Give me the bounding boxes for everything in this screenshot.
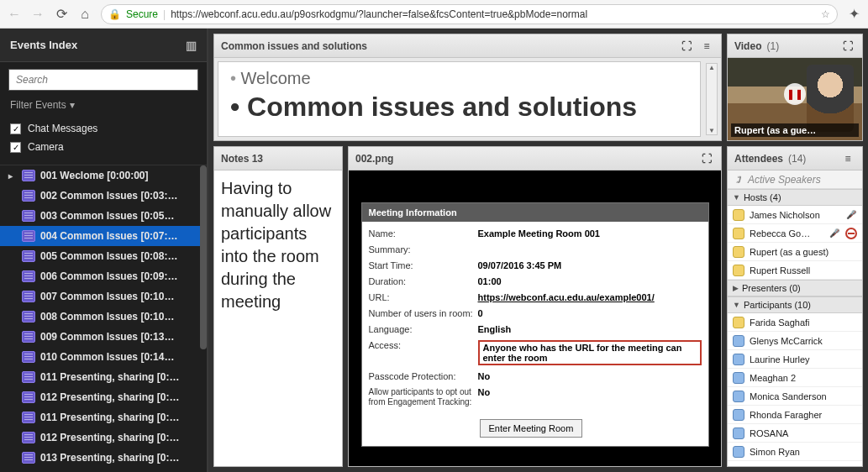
back-button[interactable]: ← bbox=[7, 7, 22, 22]
event-item[interactable]: 010 Common Issues [0:14… bbox=[0, 347, 207, 367]
attendees-list[interactable]: 🕽 Active Speakers ▼Hosts (4)James Nichol… bbox=[728, 170, 862, 466]
attendee-row[interactable]: Rebecca Go…🎤̸ bbox=[728, 224, 862, 243]
slide-icon bbox=[22, 331, 35, 343]
event-item[interactable]: ▸001 Weclome [0:00:00] bbox=[0, 165, 207, 186]
events-list[interactable]: ▸001 Weclome [0:00:00]002 Common Issues … bbox=[0, 165, 207, 472]
fullscreen-icon[interactable]: ⛶ bbox=[679, 39, 694, 54]
video-feed[interactable]: ❚❚ Rupert (as a gue… bbox=[728, 58, 862, 140]
pause-icon[interactable]: ❚❚ bbox=[784, 83, 806, 105]
fullscreen-icon[interactable]: ⛶ bbox=[840, 39, 855, 54]
event-item[interactable]: 011 Presenting, sharing [0:… bbox=[0, 407, 207, 427]
meeting-info-label: Name: bbox=[369, 228, 478, 239]
meeting-info-value: No bbox=[478, 371, 702, 381]
attendee-row[interactable]: James Nicholson🎤̸ bbox=[728, 206, 862, 224]
panel-menu-icon[interactable]: ≡ bbox=[699, 39, 714, 54]
slide-bullet-2: Common issues and solutions bbox=[230, 92, 688, 123]
mic-off-icon: 🎤̸ bbox=[845, 209, 857, 221]
group-label: Presenters (0) bbox=[742, 283, 801, 293]
event-item[interactable]: 008 Common Issues [0:10… bbox=[0, 307, 207, 327]
attendee-row[interactable]: Rupert (as a guest) bbox=[728, 243, 862, 261]
filter-checkbox[interactable]: ✓Chat Messages bbox=[0, 119, 207, 138]
events-search-input[interactable] bbox=[8, 69, 198, 91]
mic-off-icon: 🎤̸ bbox=[829, 228, 840, 239]
enter-meeting-button[interactable]: Enter Meeting Room bbox=[480, 419, 583, 438]
meeting-info-value: 01:00 bbox=[478, 276, 702, 286]
avatar-icon bbox=[733, 228, 744, 239]
slide-icon bbox=[22, 391, 35, 403]
chevron-right-icon: ▶ bbox=[733, 284, 739, 292]
events-search-wrap bbox=[0, 62, 207, 97]
event-item[interactable]: 002 Common Issues [0:03:… bbox=[0, 186, 207, 206]
attendee-group-header[interactable]: ▼Hosts (4) bbox=[728, 189, 862, 206]
meeting-info-value bbox=[478, 244, 702, 254]
meeting-info-box: Meeting Information Name:Example Meeting… bbox=[361, 202, 709, 447]
extension-icon[interactable]: ✦ bbox=[846, 7, 861, 22]
event-label: 013 Presenting, sharing [0:… bbox=[40, 452, 179, 464]
attendee-row[interactable]: Glenys McCarrick bbox=[728, 332, 862, 350]
attendee-name: Laurine Hurley bbox=[750, 354, 857, 364]
event-label: 012 Presenting, sharing [0:… bbox=[40, 391, 179, 403]
attendee-name: Rupert Russell bbox=[750, 265, 857, 275]
attendee-row[interactable]: Meaghan 2 bbox=[728, 369, 862, 387]
event-item[interactable]: 006 Common Issues [0:09:… bbox=[0, 266, 207, 286]
slide-icon bbox=[22, 190, 35, 202]
address-bar[interactable]: 🔒 Secure | https://webconf.acu.edu.au/p9… bbox=[101, 4, 838, 24]
reload-button[interactable]: ⟳ bbox=[54, 7, 69, 22]
meeting-info-value: 0 bbox=[478, 308, 702, 318]
avatar-icon bbox=[733, 391, 744, 402]
avatar-icon bbox=[733, 335, 744, 347]
attendee-row[interactable]: Laurine Hurley bbox=[728, 350, 862, 369]
active-speakers-row: 🕽 Active Speakers bbox=[728, 170, 862, 189]
event-item[interactable]: 012 Presenting, sharing [0:… bbox=[0, 387, 207, 407]
panel-menu-icon[interactable]: ≡ bbox=[840, 151, 855, 166]
meeting-info-label: Passcode Protection: bbox=[369, 371, 478, 381]
filter-events-toggle[interactable]: Filter Events ▾ bbox=[0, 97, 207, 119]
attendee-row[interactable]: ROSANA bbox=[728, 424, 862, 443]
meeting-info-label: URL: bbox=[369, 292, 478, 302]
event-label: 006 Common Issues [0:09:… bbox=[40, 270, 177, 282]
slide-body: Welcome Common issues and solutions bbox=[214, 58, 721, 140]
events-sidebar: Events Index ▥ Filter Events ▾ ✓Chat Mes… bbox=[0, 29, 208, 472]
event-label: 005 Common Issues [0:08:… bbox=[40, 250, 177, 262]
event-item[interactable]: 005 Common Issues [0:08:… bbox=[0, 246, 207, 266]
attendee-group-header[interactable]: ▼Participants (10) bbox=[728, 296, 862, 313]
filter-checkbox[interactable]: ✓Camera bbox=[0, 138, 207, 156]
event-item[interactable]: 003 Common Issues [0:05… bbox=[0, 206, 207, 226]
attendees-title: Attendees bbox=[734, 153, 783, 165]
meeting-info-label: Access: bbox=[369, 340, 478, 365]
slide-panel: Common issues and solutions ⛶ ≡ Welcome … bbox=[213, 34, 722, 141]
meeting-info-label: Allow participants to opt out from Engag… bbox=[369, 387, 478, 407]
event-item[interactable]: 009 Common Issues [0:13… bbox=[0, 327, 207, 347]
meeting-info-value: Example Meeting Room 001 bbox=[478, 228, 702, 239]
group-label: Hosts (4) bbox=[744, 192, 781, 202]
avatar-icon bbox=[733, 246, 744, 258]
slide-scrollbar[interactable] bbox=[706, 63, 718, 135]
meeting-info-label: Duration: bbox=[369, 276, 478, 286]
event-item[interactable]: 011 Presenting, sharing [0:… bbox=[0, 367, 207, 387]
meeting-info-value: English bbox=[478, 324, 702, 334]
event-label: 002 Common Issues [0:03:… bbox=[40, 190, 177, 202]
event-item[interactable]: 004 Common Issues [0:07:… bbox=[0, 226, 207, 246]
meeting-info-value: Anyone who has the URL for the meeting c… bbox=[478, 340, 702, 365]
event-item[interactable]: 013 Presenting, sharing [0:… bbox=[0, 448, 207, 468]
fullscreen-icon[interactable]: ⛶ bbox=[699, 151, 714, 166]
popout-icon[interactable]: ▥ bbox=[186, 39, 197, 52]
attendee-row[interactable]: Farida Saghafi bbox=[728, 313, 862, 332]
attendee-row[interactable]: Rhonda Faragher bbox=[728, 406, 862, 424]
forward-button[interactable]: → bbox=[30, 7, 45, 22]
event-item[interactable]: 007 Common Issues [0:10… bbox=[0, 286, 207, 307]
attendee-row[interactable]: Rupert Russell bbox=[728, 261, 862, 280]
home-button[interactable]: ⌂ bbox=[77, 7, 92, 22]
attendee-row[interactable]: Simon Ryan bbox=[728, 443, 862, 461]
attendee-name: Rhonda Faragher bbox=[750, 410, 857, 420]
expand-icon: ▸ bbox=[8, 171, 17, 181]
bookmark-icon[interactable]: ☆ bbox=[821, 8, 830, 20]
attendee-row[interactable]: Monica Sanderson bbox=[728, 387, 862, 406]
attendee-group-header[interactable]: ▶Presenters (0) bbox=[728, 280, 862, 296]
event-item[interactable]: 012 Presenting, sharing [0:… bbox=[0, 427, 207, 448]
meeting-info-value: No bbox=[478, 387, 702, 407]
image-body: Meeting Information Name:Example Meeting… bbox=[349, 170, 721, 466]
event-label: 010 Common Issues [0:14… bbox=[40, 351, 174, 363]
events-scrollbar[interactable] bbox=[200, 165, 207, 349]
slide-icon bbox=[22, 250, 35, 262]
